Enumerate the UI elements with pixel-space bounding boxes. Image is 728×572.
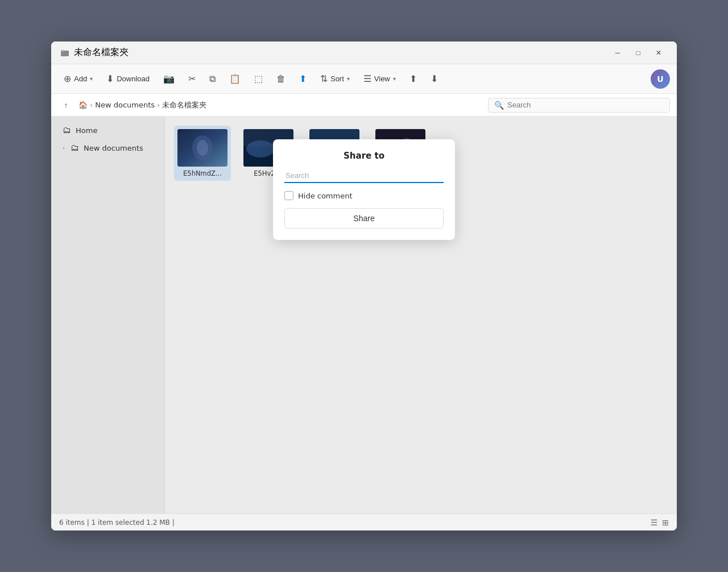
delete-icon: 🗑 (276, 74, 286, 84)
share-submit-button[interactable]: Share (284, 208, 444, 229)
hide-comment-row: Hide comment (284, 191, 444, 200)
share-popup-overlay[interactable]: Share to Hide comment Share (51, 117, 677, 513)
minimize-button[interactable]: ─ (609, 46, 627, 60)
upload-icon: ⬆ (410, 73, 417, 84)
search-input[interactable] (507, 101, 664, 109)
download-icon: ⬇ (106, 73, 114, 84)
hide-comment-checkbox[interactable] (284, 191, 293, 200)
folder-icon (60, 48, 69, 57)
copy-button[interactable]: ⧉ (204, 71, 221, 87)
main-content: 🗂 Home › 🗂 New documents (51, 117, 677, 513)
download-label: Download (117, 74, 150, 83)
share-icon: ⬆ (299, 73, 307, 84)
breadcrumb-current-folder[interactable]: 未命名檔案夾 (162, 100, 206, 110)
toolbar: ⊕ Add ▾ ⬇ Download 📷 ✂ ⧉ 📋 ⬚ 🗑 ⬆ (51, 64, 677, 94)
camera-button[interactable]: 📷 (158, 71, 180, 87)
titlebar-controls: ─ □ ✕ (609, 46, 668, 60)
share-search-input[interactable] (284, 169, 444, 183)
sort-button[interactable]: ⇅ Sort ▾ (315, 71, 355, 87)
nav-up-button[interactable]: ↑ (58, 97, 74, 113)
cut-button[interactable]: ✂ (183, 71, 201, 87)
breadcrumb-sep-1: › (90, 101, 93, 109)
window-title: 未命名檔案夾 (74, 47, 129, 59)
copy-icon: ⧉ (209, 74, 216, 84)
svg-rect-1 (61, 50, 64, 52)
cut-icon: ✂ (188, 73, 196, 84)
search-box: 🔍 (488, 98, 670, 113)
addressbar: ↑ 🏠 › New documents › 未命名檔案夾 🔍 (51, 94, 677, 117)
statusbar-right: ☰ ⊞ (651, 518, 669, 527)
hide-comment-label: Hide comment (298, 192, 353, 200)
share-button[interactable]: ⬆ (293, 71, 312, 87)
split-icon: ⬚ (254, 73, 263, 84)
add-dropdown-arrow: ▾ (90, 76, 93, 82)
titlebar-left: 未命名檔案夾 (60, 47, 129, 59)
breadcrumb-home[interactable]: 🏠 (78, 101, 88, 109)
view-icon: ☰ (363, 73, 371, 84)
delete-button[interactable]: 🗑 (271, 71, 291, 87)
download2-icon: ⬇ (431, 73, 438, 84)
search-icon: 🔍 (494, 101, 504, 110)
breadcrumb: 🏠 › New documents › 未命名檔案夾 (78, 100, 483, 110)
status-text: 6 items | 1 item selected 1.2 MB | (59, 519, 175, 527)
statusbar: 6 items | 1 item selected 1.2 MB | ☰ ⊞ (51, 513, 677, 530)
sort-label: Sort (330, 74, 344, 83)
share-popup-title: Share to (284, 151, 444, 161)
paste-button[interactable]: 📋 (224, 71, 246, 87)
breadcrumb-new-documents[interactable]: New documents (95, 101, 155, 109)
split-button[interactable]: ⬚ (249, 71, 268, 87)
view-label: View (374, 74, 390, 83)
paste-icon: 📋 (229, 73, 241, 84)
add-icon: ⊕ (64, 73, 71, 84)
upload-button[interactable]: ⬆ (404, 71, 423, 87)
add-button[interactable]: ⊕ Add ▾ (58, 71, 98, 87)
sort-icon: ⇅ (320, 73, 328, 84)
maximize-button[interactable]: □ (629, 46, 647, 60)
avatar[interactable]: U (651, 69, 670, 89)
list-view-icon[interactable]: ☰ (651, 518, 658, 527)
breadcrumb-sep-2: › (157, 101, 160, 109)
file-explorer-window: 未命名檔案夾 ─ □ ✕ ⊕ Add ▾ ⬇ Download 📷 ✂ ⧉ 📋 (51, 42, 677, 530)
close-button[interactable]: ✕ (650, 46, 668, 60)
add-label: Add (74, 74, 87, 83)
share-popup: Share to Hide comment Share (273, 139, 455, 240)
titlebar: 未命名檔案夾 ─ □ ✕ (51, 42, 677, 64)
view-dropdown-arrow: ▾ (393, 76, 396, 82)
view-button[interactable]: ☰ View ▾ (358, 71, 402, 87)
grid-view-icon[interactable]: ⊞ (662, 518, 669, 527)
download-button[interactable]: ⬇ Download (101, 71, 155, 87)
download2-button[interactable]: ⬇ (425, 71, 444, 87)
sort-dropdown-arrow: ▾ (347, 76, 350, 82)
camera-icon: 📷 (163, 73, 175, 84)
